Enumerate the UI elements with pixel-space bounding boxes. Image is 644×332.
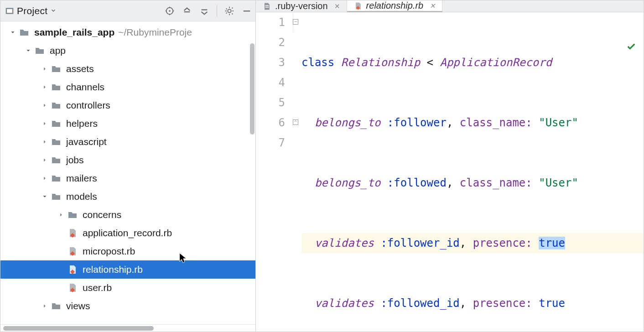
folder-icon [67, 209, 78, 220]
tab-relationship[interactable]: relationship.rb ✕ [347, 0, 443, 12]
chevron-right-icon[interactable] [41, 303, 49, 309]
tree-folder-app[interactable]: app [0, 42, 255, 60]
chevron-down-icon[interactable] [41, 193, 49, 200]
tree-folder-models[interactable]: models [0, 187, 255, 206]
project-view-label[interactable]: Project [17, 5, 47, 16]
tree-file-micropost[interactable]: micropost.rb [0, 242, 255, 260]
chevron-right-icon[interactable] [57, 212, 65, 218]
svg-point-6 [228, 9, 231, 12]
ruby-file-icon [67, 228, 78, 239]
expand-all-icon[interactable] [180, 4, 194, 18]
tree-folder-views[interactable]: views [0, 297, 255, 315]
folder-icon [51, 155, 62, 166]
chevron-right-icon[interactable] [41, 102, 49, 109]
folder-icon [51, 136, 62, 147]
ruby-file-icon [67, 282, 78, 293]
chevron-down-icon[interactable] [9, 29, 17, 36]
chevron-right-icon[interactable] [41, 84, 49, 90]
svg-point-3 [169, 10, 171, 12]
tree-root-label: sample_rails_app [34, 27, 114, 38]
svg-rect-7 [244, 10, 250, 11]
tree-folder-helpers[interactable]: helpers [0, 114, 255, 133]
tree-root[interactable]: sample_rails_app ~/RubymineProje [0, 23, 255, 42]
tree-folder-jobs[interactable]: jobs [0, 151, 255, 169]
horizontal-scrollbar[interactable] [0, 324, 255, 332]
chevron-right-icon[interactable] [41, 157, 49, 163]
tree-file-relationship[interactable]: relationship.rb [0, 260, 255, 279]
text-file-icon [262, 2, 271, 11]
chevron-right-icon[interactable] [41, 120, 49, 127]
locate-icon[interactable] [163, 4, 177, 18]
tab-label: .ruby-version [275, 1, 328, 11]
chevron-down-icon[interactable] [50, 6, 57, 16]
svg-rect-5 [202, 9, 208, 10]
tree-folder-mailers[interactable]: mailers [0, 169, 255, 187]
divider [217, 5, 217, 17]
svg-rect-8 [265, 5, 269, 6]
project-sidebar: Project [0, 0, 256, 332]
sidebar-header: Project [0, 0, 255, 21]
project-tree[interactable]: sample_rails_app ~/RubymineProje app ass… [0, 21, 255, 324]
tree-root-hint: ~/RubymineProje [118, 27, 192, 38]
folder-icon [51, 100, 62, 111]
folder-icon [51, 191, 62, 202]
folder-icon [51, 173, 62, 184]
folder-icon [51, 118, 62, 129]
folder-icon [19, 27, 30, 38]
collapse-all-icon[interactable] [197, 4, 211, 18]
vertical-scrollbar[interactable] [250, 43, 254, 135]
tree-folder-assets[interactable]: assets [0, 60, 255, 78]
editor-tabbar: .ruby-version ✕ relationship.rb ✕ [256, 0, 644, 12]
tree-file-application-record[interactable]: application_record.rb [0, 224, 255, 242]
folder-icon [34, 45, 45, 56]
editor-panel: .ruby-version ✕ relationship.rb ✕ 1 2 3 … [256, 0, 644, 332]
tab-ruby-version[interactable]: .ruby-version ✕ [256, 0, 347, 12]
ruby-file-icon [353, 1, 363, 10]
tab-label: relationship.rb [366, 0, 424, 11]
tree-folder-controllers[interactable]: controllers [0, 96, 255, 114]
chevron-right-icon[interactable] [41, 139, 49, 145]
ruby-file-icon [67, 246, 78, 257]
close-icon[interactable]: ✕ [430, 2, 436, 10]
chevron-right-icon[interactable] [41, 175, 49, 182]
minimize-icon[interactable] [240, 4, 254, 18]
gear-icon[interactable] [223, 4, 236, 18]
folder-icon [51, 82, 62, 93]
inspection-ok-icon[interactable] [573, 18, 636, 78]
tree-folder-concerns[interactable]: concerns [0, 206, 255, 224]
ruby-file-icon [67, 264, 78, 275]
folder-icon [51, 301, 62, 311]
close-icon[interactable]: ✕ [334, 2, 340, 10]
svg-rect-1 [7, 9, 12, 12]
chevron-right-icon[interactable] [41, 66, 49, 72]
line-gutter: 1 2 3 4 5 6 7 − ⌃ [256, 12, 298, 332]
svg-rect-9 [265, 6, 269, 7]
tree-file-user[interactable]: user.rb [0, 279, 255, 297]
editor-body[interactable]: 1 2 3 4 5 6 7 − ⌃ class Relationship < A… [256, 12, 644, 332]
tree-folder-javascript[interactable]: javascript [0, 133, 255, 151]
folder-icon [51, 63, 62, 74]
svg-rect-4 [184, 11, 190, 12]
tree-folder-channels[interactable]: channels [0, 78, 255, 96]
code-area[interactable]: class Relationship < ApplicationRecord b… [298, 12, 644, 332]
chevron-down-icon[interactable] [24, 47, 32, 54]
project-view-icon [5, 6, 14, 16]
